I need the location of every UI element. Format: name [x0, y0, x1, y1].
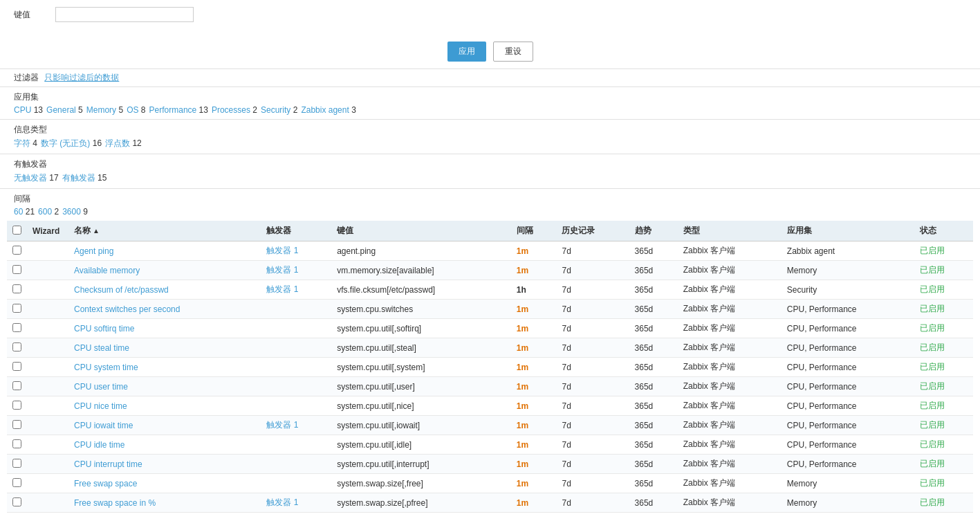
history-cell: 7d [556, 280, 629, 300]
info-type-item: 浮点数 12 [105, 138, 142, 149]
item-name-link[interactable]: Free swap space [74, 479, 137, 488]
app-filter-link[interactable]: Memory [86, 105, 116, 115]
interval-cell: 1m [511, 396, 557, 416]
wizard-cell [27, 280, 68, 300]
history-cell: 7d [556, 319, 629, 338]
app-cell: CPU, Performance [782, 416, 914, 435]
history-cell: 7d [556, 435, 629, 455]
info-type-item: 字符 4 [14, 138, 37, 149]
item-name-cell: Free swap space in % [68, 493, 261, 513]
app-filter-link[interactable]: Processes [212, 105, 250, 115]
row-checkbox[interactable] [12, 459, 21, 468]
trend-cell: 365d [629, 435, 678, 455]
reset-button[interactable]: 重设 [493, 42, 533, 62]
item-name-cell: CPU system time [68, 358, 261, 377]
status-cell: 已启用 [914, 319, 974, 338]
trigger-filter-link[interactable]: 有触发器 [62, 173, 95, 183]
item-name-link[interactable]: Free swap space in % [74, 498, 156, 508]
app-filter-link[interactable]: Security [261, 105, 290, 115]
item-name-link[interactable]: CPU idle time [74, 440, 124, 450]
item-name-link[interactable]: CPU interrupt time [74, 459, 142, 469]
app-cell: CPU, Performance [782, 455, 914, 474]
row-checkbox-cell [7, 280, 27, 300]
history-cell: 7d [556, 338, 629, 358]
trigger-link[interactable]: 触发器 1 [266, 284, 298, 294]
row-checkbox[interactable] [12, 284, 21, 293]
apply-button[interactable]: 应用 [447, 42, 486, 62]
interval-filter-link[interactable]: 60 [14, 207, 23, 217]
wizard-cell [27, 338, 68, 358]
row-checkbox[interactable] [12, 381, 21, 390]
app-filter-link[interactable]: Zabbix agent [301, 105, 349, 115]
app-filter-link[interactable]: General [46, 105, 76, 115]
interval-group-item: 600 2 [38, 207, 59, 217]
item-name-link[interactable]: Available memory [74, 266, 140, 275]
app-header: 应用集 [782, 221, 914, 241]
app-cell: CPU, Performance [782, 300, 914, 319]
item-name-link[interactable]: CPU user time [74, 382, 128, 392]
interval-cell: 1m [511, 319, 557, 338]
app-group-item: Zabbix agent 3 [301, 105, 355, 115]
info-type-filter-link[interactable]: 数字 (无正负) [41, 138, 90, 148]
row-checkbox[interactable] [12, 304, 21, 313]
item-name-link[interactable]: CPU softirq time [74, 324, 134, 333]
value-input[interactable] [55, 7, 194, 22]
app-filter-link[interactable]: CPU [14, 105, 31, 115]
row-checkbox[interactable] [12, 478, 21, 487]
row-checkbox[interactable] [12, 265, 21, 274]
key-cell: system.cpu.util[,iowait] [331, 416, 511, 435]
trigger-cell: 触发器 1 [261, 493, 331, 513]
info-type-filter-link[interactable]: 字符 [14, 138, 30, 148]
item-name-link[interactable]: Agent ping [74, 246, 113, 256]
trigger-link[interactable]: 触发器 1 [266, 246, 298, 255]
row-checkbox[interactable] [12, 362, 21, 371]
filter-link[interactable]: 只影响过滤后的数据 [44, 73, 119, 82]
item-name-link[interactable]: Checksum of /etc/passwd [74, 285, 169, 295]
interval-cell: 1m [511, 435, 557, 455]
trigger-filter-link[interactable]: 无触发器 [14, 173, 47, 183]
app-group-item: Security 2 [261, 105, 297, 115]
row-checkbox[interactable] [12, 342, 21, 351]
interval-cell: 1m [511, 416, 557, 435]
item-name-link[interactable]: CPU iowait time [74, 421, 133, 430]
wizard-cell [27, 241, 68, 261]
trigger-cell: 触发器 1 [261, 416, 331, 435]
app-group-item: OS 8 [127, 105, 145, 115]
select-all-checkbox[interactable] [12, 226, 21, 235]
row-checkbox[interactable] [12, 497, 21, 506]
key-cell: agent.ping [331, 241, 511, 261]
key-cell: system.cpu.switches [331, 300, 511, 319]
interval-filter-link[interactable]: 3600 [62, 207, 81, 217]
key-cell: vm.memory.size[available] [331, 261, 511, 280]
trigger-cell: 触发器 1 [261, 261, 331, 280]
trend-cell: 365d [629, 455, 678, 474]
trigger-link[interactable]: 触发器 1 [266, 497, 298, 507]
info-type-filter-link[interactable]: 浮点数 [105, 138, 130, 148]
item-name-link[interactable]: CPU nice time [74, 401, 127, 411]
table-row: CPU iowait time 触发器 1 system.cpu.util[,i… [7, 416, 973, 435]
row-checkbox[interactable] [12, 401, 21, 410]
type-cell: Zabbix 客户端 [678, 455, 782, 474]
interval-header: 间隔 [511, 221, 557, 241]
item-name-cell: CPU iowait time [68, 416, 261, 435]
row-checkbox[interactable] [12, 323, 21, 332]
table-row: Available memory 触发器 1 vm.memory.size[av… [7, 261, 973, 280]
row-checkbox[interactable] [12, 246, 21, 255]
item-name-link[interactable]: CPU system time [74, 363, 138, 372]
app-filter-link[interactable]: Performance [149, 105, 197, 115]
row-checkbox[interactable] [12, 439, 21, 448]
item-name-link[interactable]: CPU steal time [74, 343, 129, 353]
table-row: CPU user time system.cpu.util[,user] 1m … [7, 377, 973, 396]
name-header[interactable]: 名称▲ [68, 221, 261, 241]
trigger-cell: 触发器 1 [261, 241, 331, 261]
trigger-cell [261, 435, 331, 455]
app-filter-link[interactable]: OS [127, 105, 138, 115]
trigger-link[interactable]: 触发器 1 [266, 265, 298, 275]
trigger-link[interactable]: 触发器 1 [266, 420, 298, 430]
row-checkbox-cell [7, 455, 27, 474]
item-name-link[interactable]: Context switches per second [74, 304, 180, 314]
interval-filter-link[interactable]: 600 [38, 207, 52, 217]
row-checkbox[interactable] [12, 420, 21, 429]
history-cell: 7d [556, 358, 629, 377]
row-checkbox-cell [7, 493, 27, 513]
